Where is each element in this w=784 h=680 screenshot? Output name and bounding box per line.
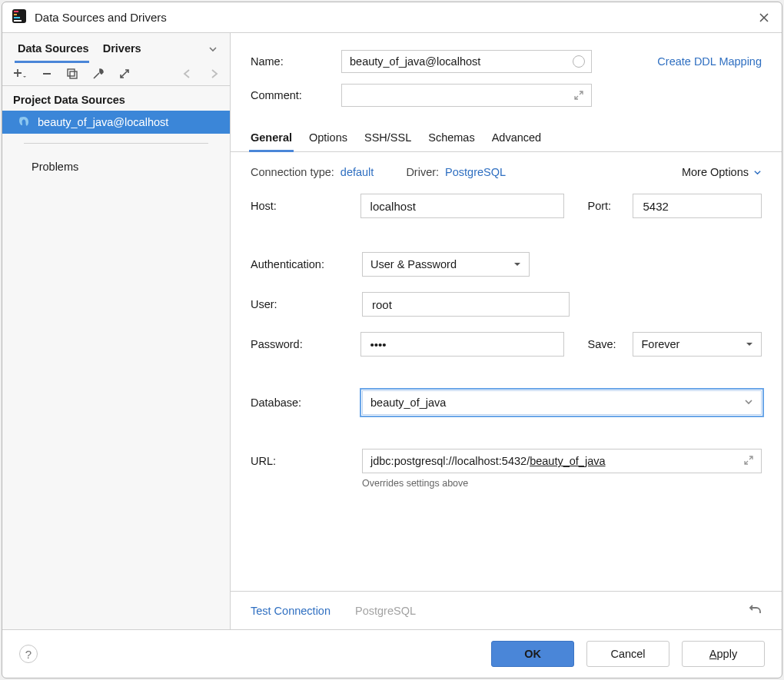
url-hint: Overrides settings above <box>362 478 762 489</box>
dialog-footer: ? OK Cancel Apply <box>2 629 782 678</box>
tab-options[interactable]: Options <box>309 125 347 151</box>
sidebar-toolbar <box>2 62 230 86</box>
titlebar: Data Sources and Drivers <box>2 2 782 33</box>
data-source-item-label: beauty_of_java@localhost <box>38 116 168 128</box>
close-icon[interactable] <box>756 9 772 26</box>
driver-name-label: PostgreSQL <box>355 605 416 617</box>
svg-rect-2 <box>14 14 17 15</box>
comment-input[interactable] <box>348 85 570 106</box>
tab-advanced[interactable]: Advanced <box>492 125 542 151</box>
authentication-dropdown[interactable]: User & Password <box>362 252 530 277</box>
cancel-button[interactable]: Cancel <box>586 641 669 667</box>
label-comment: Comment: <box>251 89 341 101</box>
wrench-icon[interactable] <box>93 68 104 79</box>
comment-input-wrapper <box>341 84 592 107</box>
driver-link[interactable]: PostgreSQL <box>445 166 506 178</box>
sidebar-tabs: Data Sources Drivers <box>2 33 230 62</box>
arrow-right-icon[interactable] <box>208 68 219 79</box>
app-icon <box>12 8 27 26</box>
port-input[interactable] <box>641 194 753 217</box>
remove-icon[interactable] <box>42 69 51 78</box>
tab-general[interactable]: General <box>251 125 292 151</box>
arrow-left-icon[interactable] <box>182 68 193 79</box>
main-tabs: General Options SSH/SSL Schemas Advanced <box>231 121 782 152</box>
window-title: Data Sources and Drivers <box>35 11 167 24</box>
tab-drivers[interactable]: Drivers <box>100 36 152 62</box>
test-connection-strip: Test Connection PostgreSQL <box>231 591 782 629</box>
tab-ssh-ssl[interactable]: SSH/SSL <box>364 125 411 151</box>
label-database: Database: <box>251 396 362 409</box>
url-input-wrapper[interactable]: jdbc:postgresql://localhost:5432/beauty_… <box>362 449 762 473</box>
database-combobox[interactable]: beauty_of_java <box>362 390 762 415</box>
postgresql-icon <box>18 116 30 128</box>
svg-rect-5 <box>68 69 75 76</box>
ok-button[interactable]: OK <box>491 641 574 667</box>
more-options-link[interactable]: More Options <box>682 166 762 178</box>
chevron-down-icon <box>513 258 521 270</box>
sidebar: Data Sources Drivers <box>2 33 231 629</box>
label-password: Password: <box>251 338 360 350</box>
svg-rect-3 <box>14 17 20 18</box>
label-connection-type: Connection type: <box>251 166 334 178</box>
label-save: Save: <box>587 338 633 350</box>
label-port: Port: <box>587 200 633 212</box>
password-input[interactable] <box>369 333 556 356</box>
label-authentication: Authentication: <box>251 258 362 270</box>
tab-data-sources[interactable]: Data Sources <box>15 36 100 62</box>
label-name: Name: <box>251 55 341 68</box>
tab-schemas[interactable]: Schemas <box>428 125 474 151</box>
link-create-ddl-mapping[interactable]: Create DDL Mapping <box>657 55 762 68</box>
apply-button[interactable]: Apply <box>682 641 765 667</box>
name-input-wrapper <box>341 50 592 73</box>
label-driver: Driver: <box>406 166 439 178</box>
svg-rect-6 <box>70 71 77 78</box>
external-link-icon[interactable] <box>119 68 130 79</box>
header-form: Name: Create DDL Mapping Comment: <box>231 33 782 121</box>
main-panel: Name: Create DDL Mapping Comment: <box>231 33 782 629</box>
svg-rect-4 <box>14 20 22 22</box>
connection-type-link[interactable]: default <box>341 166 374 178</box>
expand-icon[interactable] <box>744 455 753 467</box>
add-icon[interactable] <box>13 68 27 79</box>
section-header-project-data-sources: Project Data Sources <box>2 86 230 111</box>
undo-icon[interactable] <box>748 602 762 619</box>
label-user: User: <box>251 298 362 310</box>
host-input-wrapper <box>360 194 565 218</box>
sidebar-item-problems[interactable]: Problems <box>2 153 230 181</box>
help-icon[interactable]: ? <box>19 645 38 663</box>
data-source-item[interactable]: beauty_of_java@localhost <box>2 111 230 134</box>
name-input[interactable] <box>348 51 568 72</box>
test-connection-link[interactable]: Test Connection <box>251 605 331 617</box>
user-input[interactable] <box>370 293 561 316</box>
save-value: Forever <box>641 338 679 350</box>
copy-icon[interactable] <box>67 68 78 79</box>
save-dropdown[interactable]: Forever <box>633 332 762 357</box>
color-indicator-icon[interactable] <box>573 55 585 68</box>
chevron-down-icon <box>744 396 753 409</box>
general-section: Connection type: default Driver: Postgre… <box>231 152 782 591</box>
chevron-down-icon[interactable] <box>208 45 218 54</box>
label-host: Host: <box>251 200 360 212</box>
url-value: jdbc:postgresql://localhost:5432/beauty_… <box>370 455 606 467</box>
label-url: URL: <box>251 455 362 467</box>
password-input-wrapper <box>360 332 565 357</box>
dialog-data-sources-drivers: Data Sources and Drivers Data Sources Dr… <box>2 2 782 678</box>
dialog-body: Data Sources Drivers <box>2 33 782 629</box>
authentication-value: User & Password <box>370 258 457 270</box>
database-value: beauty_of_java <box>370 396 446 409</box>
expand-icon[interactable] <box>574 90 585 101</box>
chevron-down-icon <box>746 338 753 350</box>
host-input[interactable] <box>369 194 556 217</box>
divider <box>24 143 208 144</box>
port-input-wrapper <box>633 194 762 218</box>
svg-rect-1 <box>14 11 18 12</box>
user-input-wrapper <box>362 292 570 317</box>
